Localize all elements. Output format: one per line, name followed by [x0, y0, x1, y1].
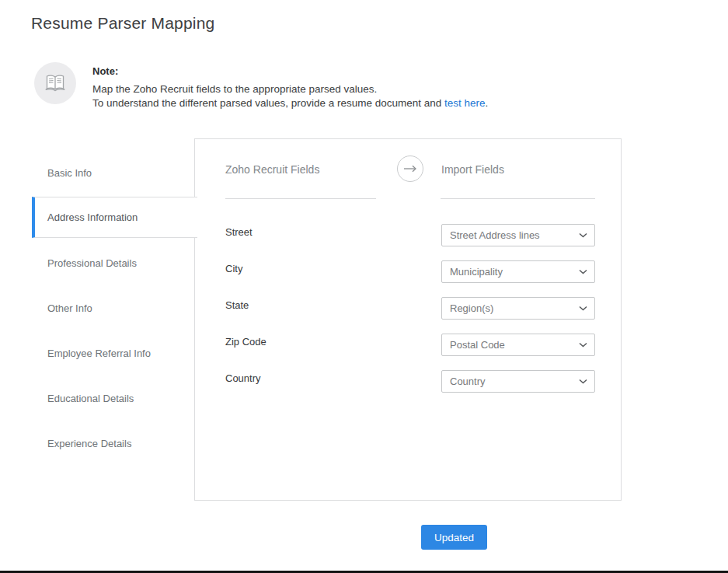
table-row: City Municipality: [225, 260, 595, 283]
import-field-dropdown-state[interactable]: Region(s): [441, 297, 595, 320]
sidebar-item-address-information[interactable]: Address Information: [32, 197, 197, 238]
note-line-2: To understand the different parsed value…: [92, 96, 488, 110]
table-row: Street Street Address lines: [225, 224, 595, 246]
note-block: Note: Map the Zoho Recruit fields to the…: [92, 65, 488, 110]
import-fields-underline: [441, 198, 595, 199]
field-label-state: State: [225, 299, 249, 311]
import-fields-column-header: Import Fields: [441, 163, 504, 176]
dropdown-value: Region(s): [450, 302, 493, 314]
chevron-down-icon: [579, 379, 587, 384]
sidebar-item-professional-details[interactable]: Professional Details: [32, 240, 197, 285]
table-row: Country Country: [225, 370, 595, 393]
sidebar-item-employee-referral-info[interactable]: Employee Referral Info: [32, 330, 197, 376]
import-field-dropdown-city[interactable]: Municipality: [441, 260, 595, 283]
table-row: Zip Code Postal Code: [225, 334, 595, 356]
zoho-fields-column-header: Zoho Recruit Fields: [225, 163, 319, 176]
sidebar-item-experience-details[interactable]: Experience Details: [32, 421, 197, 466]
page-title: Resume Parser Mapping: [31, 14, 214, 33]
mapping-panel: Zoho Recruit Fields Import Fields Street…: [194, 138, 622, 501]
updated-button[interactable]: Updated: [421, 525, 487, 550]
right-arrow-icon: [403, 165, 417, 173]
sidebar-item-educational-details[interactable]: Educational Details: [32, 376, 197, 421]
note-label: Note:: [92, 65, 488, 77]
test-here-link[interactable]: test here: [444, 97, 486, 109]
section-tabs-sidebar: Basic Info Address Information Professio…: [32, 150, 197, 466]
field-label-country: Country: [225, 372, 261, 384]
import-field-dropdown-zip-code[interactable]: Postal Code: [441, 334, 595, 356]
note-line-1: Map the Zoho Recruit fields to the appro…: [92, 82, 488, 96]
dropdown-value: Country: [450, 376, 486, 387]
table-row: State Region(s): [225, 297, 595, 320]
field-mapping-rows: Street Street Address lines City Municip…: [225, 224, 595, 407]
dropdown-value: Postal Code: [450, 339, 505, 351]
chevron-down-icon: [579, 232, 587, 238]
field-label-city: City: [225, 263, 242, 274]
zoho-fields-underline: [225, 198, 376, 199]
dropdown-value: Street Address lines: [450, 229, 540, 241]
chevron-down-icon: [579, 269, 587, 274]
field-label-zip-code: Zip Code: [225, 336, 266, 348]
field-label-street: Street: [225, 226, 253, 238]
dropdown-value: Municipality: [450, 266, 503, 278]
open-book-icon: [44, 74, 66, 93]
map-direction-arrow-icon: [397, 155, 423, 182]
note-line-2-period: .: [486, 97, 489, 109]
note-line-2-text: To understand the different parsed value…: [92, 97, 444, 109]
sidebar-item-basic-info[interactable]: Basic Info: [32, 150, 197, 195]
chevron-down-icon: [579, 342, 587, 348]
note-book-icon: [34, 62, 76, 104]
sidebar-item-other-info[interactable]: Other Info: [32, 285, 197, 330]
chevron-down-icon: [579, 306, 587, 311]
import-field-dropdown-country[interactable]: Country: [441, 370, 595, 393]
import-field-dropdown-street[interactable]: Street Address lines: [441, 224, 595, 246]
